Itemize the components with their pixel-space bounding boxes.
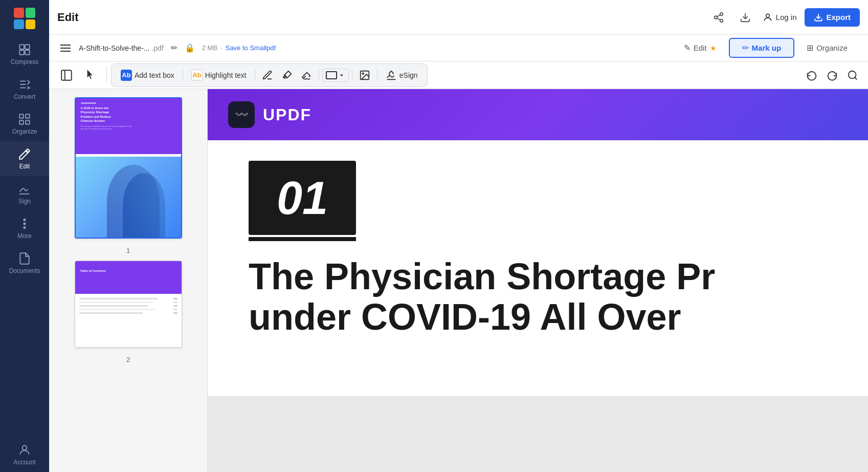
sidebar-item-compress[interactable]: Compress <box>0 37 49 72</box>
undo-button[interactable] <box>803 66 821 84</box>
svg-line-28 <box>855 77 857 79</box>
chapter-box: 01 <box>249 161 356 235</box>
sidebar-item-more[interactable]: More <box>0 211 49 246</box>
hamburger-button[interactable] <box>57 41 74 55</box>
file-name: A-Shift-to-Solve-the-... .pdf <box>79 44 164 52</box>
shape-dropdown-icon <box>338 72 345 79</box>
pdf-content: 01 The Physician Shortage Pr under COVID… <box>208 140 868 358</box>
search-button[interactable] <box>843 66 862 84</box>
star-badge: ★ <box>710 44 717 52</box>
highlighter-icon <box>281 70 293 81</box>
undo-icon <box>806 70 817 81</box>
esign-icon <box>386 70 397 81</box>
svg-rect-5 <box>26 114 30 118</box>
pdf-page: 〰️ UPDF 01 The Physician Shortage Pr und <box>208 89 868 396</box>
highlighter-tool-button[interactable] <box>278 66 296 84</box>
lock-button[interactable]: 🔒 <box>183 41 197 55</box>
edit-filename-button[interactable]: ✏ <box>169 41 180 55</box>
svg-point-13 <box>720 12 723 15</box>
shape-icon <box>326 71 337 79</box>
filename-text: A-Shift-to-Solve-the-... <box>79 44 150 52</box>
svg-point-11 <box>24 227 25 228</box>
tab-markup[interactable]: ✏ Mark up <box>729 38 795 58</box>
sidebar-bottom: Account <box>0 437 49 472</box>
highlight-text-button[interactable]: Ab Highlight text <box>186 67 252 84</box>
svg-rect-6 <box>19 120 24 124</box>
app-logo <box>0 0 49 37</box>
organize-tab-icon: ⊞ <box>807 43 813 53</box>
top-bar-actions: Log in Export <box>709 8 860 27</box>
export-button[interactable]: Export <box>805 8 860 27</box>
page-thumbnail-1[interactable]: A Shift to Solve thePhysician ShortagePr… <box>75 97 182 239</box>
svg-rect-4 <box>19 114 24 118</box>
sidebar-item-organize[interactable]: Organize <box>0 106 49 141</box>
updf-logo-icon: 〰️ <box>228 101 255 128</box>
select-tool-button[interactable] <box>80 64 102 87</box>
hamburger-line-2 <box>60 48 71 49</box>
panel-toggle-icon <box>60 69 73 82</box>
svg-point-27 <box>849 71 856 78</box>
toolbar: Ab Add text box Ab Highlight text <box>49 61 868 89</box>
sidebar-item-documents-label: Documents <box>9 267 40 274</box>
share-button[interactable] <box>709 8 728 27</box>
add-text-box-button[interactable]: Ab Add text box <box>116 67 180 84</box>
login-button[interactable]: Log in <box>763 12 797 23</box>
pdf-viewer[interactable]: 〰️ UPDF 01 The Physician Shortage Pr und <box>208 89 868 472</box>
edit-icon <box>18 147 31 161</box>
shape-tool-button[interactable] <box>322 69 349 82</box>
redo-icon <box>827 70 838 81</box>
svg-rect-7 <box>26 120 30 124</box>
file-meta: 2 MB · Save to Smallpdf <box>202 44 276 52</box>
convert-icon <box>18 78 31 91</box>
image-tool-button[interactable] <box>355 66 374 84</box>
pdf-main-title: The Physician Shortage Pr under COVID-19… <box>249 256 827 337</box>
highlight-ab-icon: Ab <box>191 70 203 81</box>
tab-edit[interactable]: ✎ Edit ★ <box>672 39 729 57</box>
save-to-smallpdf-link[interactable]: Save to Smallpdf <box>226 44 276 52</box>
redo-button[interactable] <box>823 66 841 84</box>
sidebar-item-account[interactable]: Account <box>0 437 49 472</box>
sign-icon <box>18 182 31 196</box>
sidebar-item-edit[interactable]: Edit <box>0 141 49 176</box>
eraser-tool-button[interactable] <box>297 66 316 84</box>
page-thumbnail-2[interactable]: Table of Contents <box>75 261 182 348</box>
download-button[interactable] <box>736 8 754 27</box>
image-icon <box>359 70 370 81</box>
chapter-number: 01 <box>277 175 328 221</box>
page-number-1: 1 <box>126 247 130 254</box>
organize-tab-label: Organize <box>816 44 848 52</box>
user-icon <box>763 12 773 23</box>
panel-toggle-button[interactable] <box>55 64 78 87</box>
sidebar-item-convert[interactable]: Convert <box>0 72 49 106</box>
add-text-ab-icon: Ab <box>121 70 132 81</box>
svg-line-23 <box>284 77 285 78</box>
more-icon <box>18 217 31 230</box>
pencil-tool-button[interactable] <box>258 66 277 84</box>
file-actions: ✏ 🔒 <box>169 41 197 55</box>
sidebar-item-sign-label: Sign <box>18 198 31 205</box>
pencil-icon <box>262 70 273 81</box>
eraser-icon <box>301 70 312 81</box>
toolbar-sep-3 <box>319 69 319 81</box>
svg-point-10 <box>24 223 25 224</box>
sidebar-item-documents[interactable]: Documents <box>0 246 49 281</box>
svg-point-12 <box>23 445 27 450</box>
svg-rect-3 <box>25 50 30 55</box>
hamburger-line-3 <box>60 51 71 52</box>
esign-button[interactable]: eSign <box>381 67 423 84</box>
compress-icon <box>18 43 31 56</box>
sidebar-item-account-label: Account <box>13 459 35 466</box>
sidebar-item-sign[interactable]: Sign <box>0 176 49 211</box>
top-bar: Edit Log <box>49 0 868 35</box>
export-icon <box>814 13 823 22</box>
tab-organize[interactable]: ⊞ Organize <box>794 39 860 57</box>
toolbar-divider-1 <box>106 67 107 83</box>
sidebar-item-organize-label: Organize <box>12 128 37 135</box>
svg-rect-2 <box>19 50 24 55</box>
markup-toolbar-group: Ab Add text box Ab Highlight text <box>111 63 428 87</box>
sidebar-item-convert-label: Convert <box>14 93 35 100</box>
toolbar-sep-2 <box>255 69 255 81</box>
svg-line-16 <box>717 18 720 20</box>
pdf-header: 〰️ UPDF <box>208 89 868 140</box>
nav-tabs: ✎ Edit ★ ✏ Mark up ⊞ Organize <box>672 38 860 58</box>
